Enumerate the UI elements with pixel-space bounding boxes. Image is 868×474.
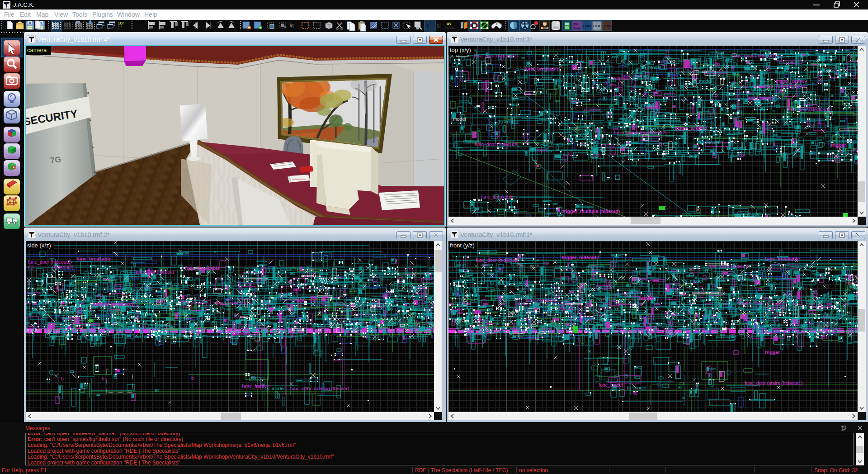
svg-text:camera: camera (27, 47, 47, 53)
svg-text:ts_model: ts_model (308, 277, 327, 283)
svg-text:model: model (453, 116, 466, 122)
svg-text:sample (entrance): sample (entrance) (93, 301, 133, 307)
svg-text:func_breakable: func_breakable (481, 194, 514, 199)
svg-text:draw: draw (573, 26, 581, 30)
svg-text:func_ladder: func_ladder (242, 383, 269, 389)
svg-text:trigger: trigger (765, 350, 780, 355)
svg-text:model: model (27, 327, 40, 332)
svg-text:func_breakable: func_breakable (765, 256, 800, 261)
svg-text:trigger_hurt: trigger_hurt (292, 298, 317, 303)
svg-text:ts_model: ts_model (693, 78, 712, 84)
svg-text:CLIP: CLIP (593, 24, 602, 28)
svg-text:func_door (hideout2): func_door (hideout2) (474, 53, 518, 58)
svg-text:trigger_teleport: trigger_teleport (675, 125, 707, 131)
svg-text:func_door (klezkinoto: func_door (klezkinoto (787, 107, 832, 112)
svg-text:func_door (hideout: func_door (hideout (134, 269, 174, 275)
svg-text:ts_model: ts_model (153, 280, 173, 285)
svg-text:model: model (452, 317, 465, 322)
svg-text:func_breakable: func_breakable (76, 256, 111, 261)
svg-text:ts_model: ts_model (490, 280, 509, 285)
svg-text:ts_model: ts_model (627, 385, 646, 390)
svg-text:b: b (102, 376, 104, 381)
svg-text:ts_model: ts_model (265, 386, 285, 391)
svg-text:(hideout2): (hideout2) (52, 265, 73, 270)
svg-text:func_breakable: func_breakable (524, 66, 559, 71)
svg-text:sample: sample (638, 295, 655, 301)
svg-text:func_door (hideout2): func_door (hideout2) (475, 142, 519, 147)
svg-text:trigger_convey: trigger_convey (776, 78, 807, 84)
svg-text:TRIG: TRIG (603, 24, 612, 28)
svg-text:func_door (hideout2): func_door (hideout2) (28, 259, 72, 265)
svg-text:trigger_hideout2: trigger_hideout2 (561, 255, 599, 260)
svg-text:func_door_rotating (klezk: func_door_rotating (klezk (752, 84, 806, 89)
svg-text:func_conveyor: func_conveyor (216, 300, 247, 305)
svg-text:func_ladder: func_ladder (599, 382, 623, 388)
svg-text:ts_model: ts_model (684, 278, 703, 284)
svg-text:func_door (hideout2): func_door (hideout2) (732, 53, 776, 58)
svg-text:appartment2: appartment2 (748, 95, 774, 101)
svg-text:ts_model: ts_model (642, 65, 661, 70)
svg-text:HINT: HINT (583, 24, 592, 28)
svg-text:trigger_multiple (hideout): trigger_multiple (hideout) (562, 209, 620, 214)
svg-text:func_door (hideout2): func_door (hideout2) (476, 257, 519, 263)
svg-text:no: no (574, 22, 578, 26)
svg-text:ts_model: ts_model (499, 119, 519, 124)
svg-text:trigger: trigger (831, 142, 846, 148)
svg-text:trigger_hurt: trigger_hurt (738, 300, 762, 305)
svg-text:ts_model: ts_model (635, 102, 654, 108)
svg-text:7G: 7G (50, 155, 61, 165)
svg-text:uv: uv (447, 21, 452, 26)
svg-text:func_breakable: func_breakable (185, 265, 220, 271)
svg-text:func_door_rotating (theater): func_door_rotating (theater) (290, 386, 349, 391)
svg-text:b: b (61, 376, 64, 381)
svg-text:sl: sl (437, 23, 441, 29)
svg-text:tl: tl (427, 23, 429, 29)
svg-text:func_conv (appartment2): func_conv (appartment2) (614, 130, 667, 135)
svg-text:ts_model: ts_model (700, 140, 719, 145)
svg-text:func_door: func_door (621, 73, 642, 78)
svg-text:func_conveyor: func_conveyor (525, 298, 557, 303)
svg-text:func_door (stairs (hideout1): func_door (stairs (hideout1) (745, 380, 802, 386)
svg-text:ts_model: ts_model (741, 211, 761, 217)
svg-text:LOCK: LOCK (445, 26, 454, 29)
svg-text:func_door (hideout: func_door (hideout (708, 264, 748, 269)
svg-text:b: b (191, 375, 194, 381)
svg-text:ig: ig (290, 23, 294, 28)
svg-text:ts_model: ts_model (727, 145, 746, 151)
